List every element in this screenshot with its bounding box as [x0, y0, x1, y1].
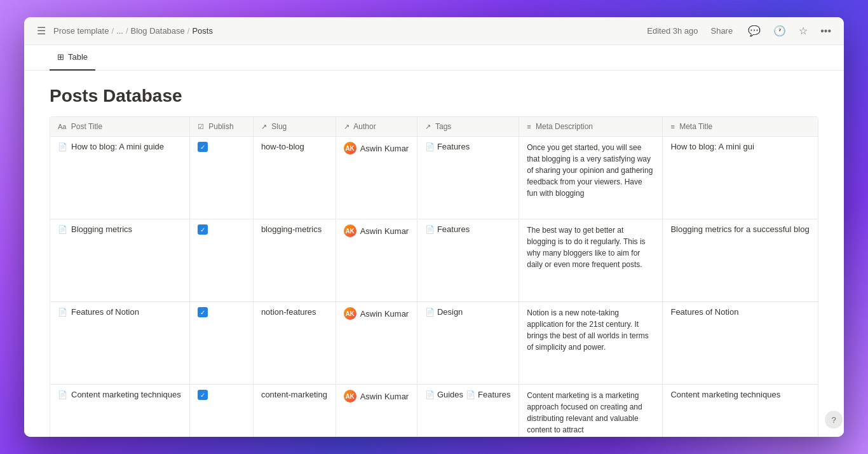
doc-icon-0: 📄	[58, 142, 67, 151]
tag-doc-icon-3a: 📄	[425, 390, 435, 399]
cell-title-2[interactable]: 📄 Features of Notion	[50, 302, 189, 385]
page-title: Posts Database	[50, 86, 818, 106]
cell-tags-1: 📄Features	[417, 219, 519, 302]
checkbox-1[interactable]: ✓	[198, 224, 208, 235]
avatar-1: AK	[344, 224, 356, 237]
app-window: ☰ Prose template / ... / Blog Database /…	[24, 17, 844, 437]
cell-tags-0: 📄Features	[417, 137, 519, 219]
tag-doc-icon-3b: 📄	[466, 390, 475, 399]
favorite-icon[interactable]: ☆	[796, 22, 810, 39]
cell-meta-title-0: How to blog: A mini gui	[663, 137, 818, 219]
col-author: ↗ Author	[336, 117, 417, 137]
cell-slug-0: how-to-blog	[253, 137, 336, 219]
breadcrumb-sep-1: /	[111, 26, 114, 36]
tag-doc-icon-0: 📄	[425, 142, 435, 151]
titlebar: ☰ Prose template / ... / Blog Database /…	[24, 17, 844, 45]
col-meta-description: ≡ Meta Description	[519, 117, 663, 137]
help-button[interactable]: ?	[825, 411, 843, 429]
content-area: ⊞ Table Posts Database Aa Post Title	[24, 45, 844, 437]
titlebar-right: Edited 3h ago Share 💬 🕐 ☆ •••	[647, 22, 834, 39]
breadcrumb-item-blog[interactable]: Blog Database	[131, 26, 185, 36]
doc-icon-3: 📄	[58, 390, 67, 399]
col-publish: ☑ Publish	[189, 117, 253, 137]
cell-author-2[interactable]: AK Aswin Kumar	[336, 302, 417, 385]
cell-meta-title-1: Blogging metrics for a successful blog	[663, 219, 818, 302]
checkbox-0[interactable]: ✓	[198, 142, 208, 152]
history-icon[interactable]: 🕐	[771, 22, 789, 39]
list-icon: ≡	[527, 123, 531, 130]
col-slug: ↗ Slug	[253, 117, 336, 137]
tag-icon: ↗	[425, 123, 431, 130]
avatar-2: AK	[344, 307, 356, 320]
table-row: 📄 How to blog: A mini guide ✓ how-to-blo…	[50, 137, 818, 219]
avatar-0: AK	[344, 142, 356, 155]
breadcrumb-item-prose[interactable]: Prose template	[53, 26, 109, 36]
tab-table[interactable]: ⊞ Table	[50, 45, 95, 71]
list-icon-2: ≡	[670, 123, 674, 130]
cell-slug-3: content-marketing	[253, 385, 336, 437]
tag-doc-icon-1: 📄	[425, 225, 435, 234]
cell-meta-desc-2: Notion is a new note-taking application …	[519, 302, 663, 385]
cell-title-3[interactable]: 📄 Content marketing techniques	[50, 385, 189, 437]
cell-title-0[interactable]: 📄 How to blog: A mini guide	[50, 137, 189, 219]
person-icon: ↗	[344, 123, 349, 130]
checkbox-3[interactable]: ✓	[198, 390, 208, 400]
cell-slug-1: blogging-metrics	[253, 219, 336, 302]
breadcrumb-sep-3: /	[187, 26, 190, 36]
titlebar-left: ☰ Prose template / ... / Blog Database /…	[34, 22, 213, 39]
table-row: 📄 Blogging metrics ✓ blogging-metrics	[50, 219, 818, 302]
checkbox-2[interactable]: ✓	[198, 307, 208, 317]
edited-timestamp: Edited 3h ago	[647, 26, 698, 36]
breadcrumb: Prose template / ... / Blog Database / P…	[53, 26, 213, 36]
cell-publish-2[interactable]: ✓	[189, 302, 253, 385]
cell-author-3[interactable]: AK Aswin Kumar	[336, 385, 417, 437]
cell-publish-3[interactable]: ✓	[189, 385, 253, 437]
col-meta-title: ≡ Meta Title	[663, 117, 818, 137]
cell-meta-title-3: Content marketing techniques	[663, 385, 818, 437]
comment-icon[interactable]: 💬	[745, 22, 763, 39]
page-content: Posts Database Aa Post Title ☑ Publish	[24, 71, 844, 437]
link-icon: ↗	[261, 123, 267, 130]
posts-table: Aa Post Title ☑ Publish ↗ Slug	[50, 116, 818, 437]
col-tags: ↗ Tags	[417, 117, 519, 137]
cell-slug-2: notion-features	[253, 302, 336, 385]
avatar-3: AK	[344, 390, 356, 402]
cell-meta-desc-3: Content marketing is a marketing approac…	[519, 385, 663, 437]
menu-icon[interactable]: ☰	[34, 22, 48, 39]
col-post-title: Aa Post Title	[50, 117, 189, 137]
doc-icon-2: 📄	[58, 308, 67, 317]
cell-title-1[interactable]: 📄 Blogging metrics	[50, 219, 189, 302]
more-options-icon[interactable]: •••	[818, 23, 834, 39]
cell-meta-desc-0: Once you get started, you will see that …	[519, 137, 663, 219]
table-row: 📄 Content marketing techniques ✓ content…	[50, 385, 818, 437]
tabs-bar: ⊞ Table	[24, 45, 844, 71]
tab-table-label: Table	[68, 52, 88, 62]
tag-doc-icon-2: 📄	[425, 308, 435, 317]
text-icon: Aa	[58, 123, 66, 130]
cell-publish-1[interactable]: ✓	[189, 219, 253, 302]
checkbox-icon: ☑	[198, 123, 204, 130]
cell-meta-title-2: Features of Notion	[663, 302, 818, 385]
share-button[interactable]: Share	[705, 24, 738, 38]
cell-meta-desc-1: The best way to get better at blogging i…	[519, 219, 663, 302]
cell-publish-0[interactable]: ✓	[189, 137, 253, 219]
table-header-row: Aa Post Title ☑ Publish ↗ Slug	[50, 117, 818, 137]
cell-tags-3: 📄Guides 📄Features	[417, 385, 519, 437]
cell-author-0[interactable]: AK Aswin Kumar	[336, 137, 417, 219]
breadcrumb-item-posts[interactable]: Posts	[192, 26, 213, 36]
breadcrumb-sep-2: /	[126, 26, 128, 36]
table-icon: ⊞	[57, 52, 64, 62]
doc-icon-1: 📄	[58, 225, 67, 234]
table-row: 📄 Features of Notion ✓ notion-features	[50, 302, 818, 385]
breadcrumb-item-ellipsis[interactable]: ...	[116, 26, 123, 36]
cell-author-1[interactable]: AK Aswin Kumar	[336, 219, 417, 302]
cell-tags-2: 📄Design	[417, 302, 519, 385]
